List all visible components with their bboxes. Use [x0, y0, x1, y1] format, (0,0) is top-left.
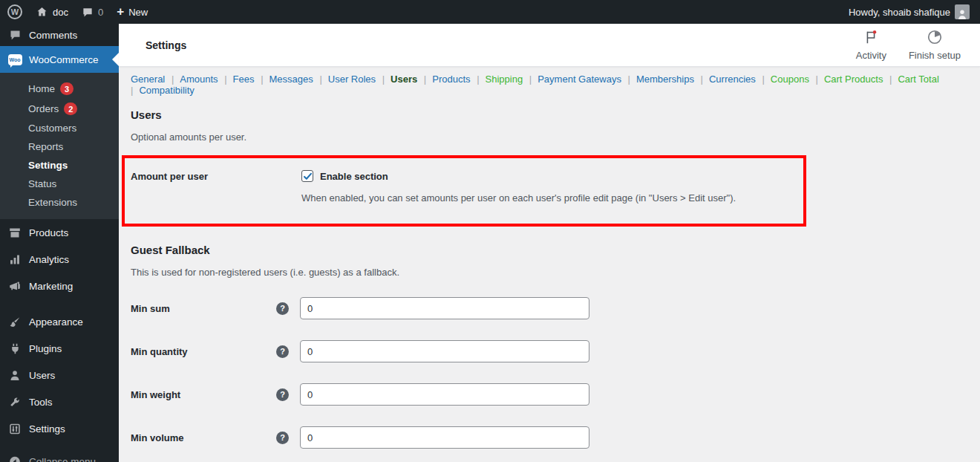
min-sum-row: Min sum [131, 297, 965, 319]
guest-fallback-description: This is used for non-registered users (i… [131, 267, 965, 278]
tab-amounts[interactable]: Amounts [172, 74, 218, 85]
tab-general[interactable]: General [131, 74, 165, 85]
activity-flag-icon [863, 29, 879, 48]
submenu-item-home[interactable]: Home 3 [0, 79, 119, 99]
woocommerce-icon: Woo [7, 52, 22, 67]
comment-bubble-icon [82, 7, 94, 18]
sidebar-item-label: WooCommerce [29, 54, 99, 65]
admin-bar-right: Howdy, shoaib shafique [849, 4, 970, 19]
min-sum-label: Min sum [131, 303, 276, 314]
my-account-menu[interactable]: Howdy, shoaib shafique [849, 4, 970, 19]
min-volume-label: Min volume [131, 432, 276, 443]
products-icon [7, 225, 22, 240]
sidebar-item-marketing[interactable]: Marketing [0, 273, 119, 299]
plugins-icon [7, 341, 22, 356]
submenu-item-status[interactable]: Status [0, 175, 119, 193]
activity-button[interactable]: Activity [856, 29, 886, 61]
sidebar-item-appearance[interactable]: Appearance [0, 308, 119, 335]
amount-per-user-label: Amount per user [131, 170, 301, 204]
help-icon[interactable] [276, 388, 289, 401]
sidebar-item-comments[interactable]: Comments [0, 24, 119, 46]
tab-payment-gateways[interactable]: Payment Gateways [529, 74, 621, 85]
help-icon[interactable] [276, 345, 289, 358]
tab-users[interactable]: Users [382, 74, 418, 85]
sidebar-item-users[interactable]: Users [0, 362, 119, 388]
tab-products[interactable]: Products [424, 74, 471, 85]
guest-fallback-title: Guest Fallback [131, 244, 965, 257]
finish-setup-label: Finish setup [909, 50, 961, 61]
submenu-item-orders[interactable]: Orders 2 [0, 99, 119, 119]
settings-tab-bar: General Amounts Fees Messages User Roles… [119, 67, 980, 96]
finish-setup-button[interactable]: Finish setup [909, 29, 961, 61]
tab-currencies[interactable]: Currencies [701, 74, 756, 85]
tab-cart-products[interactable]: Cart Products [816, 74, 883, 85]
min-volume-input[interactable] [300, 426, 589, 449]
home-icon [36, 6, 48, 18]
sidebar-item-products[interactable]: Products [0, 219, 119, 246]
sidebar-item-analytics[interactable]: Analytics [0, 246, 119, 273]
header-actions: Activity Finish setup [856, 29, 961, 61]
enable-section-checkbox[interactable] [301, 170, 313, 182]
appearance-icon [7, 314, 22, 329]
tab-coupons[interactable]: Coupons [762, 74, 808, 85]
submenu-item-settings[interactable]: Settings [0, 156, 119, 175]
min-quantity-input[interactable] [300, 340, 589, 362]
enable-section-line: Enable section [301, 170, 736, 182]
page-header: Settings Activity Finish setup [119, 24, 980, 67]
users-icon [7, 368, 22, 383]
admin-bar-comments[interactable]: 0 [82, 7, 103, 18]
amount-per-user-row: Amount per user Enable section When enab… [131, 170, 803, 204]
sidebar-item-plugins[interactable]: Plugins [0, 335, 119, 362]
collapse-arrow-icon [7, 454, 22, 462]
sidebar-item-settings[interactable]: Settings [0, 415, 119, 442]
min-sum-input[interactable] [300, 297, 589, 319]
home-badge: 3 [60, 82, 74, 95]
submenu-item-extensions[interactable]: Extensions [0, 193, 119, 212]
finish-setup-progress-icon [927, 29, 943, 48]
amount-per-user-help-text: When enabled, you can set amounts per us… [301, 192, 736, 204]
tab-user-roles[interactable]: User Roles [319, 74, 376, 85]
site-name-label: doc [53, 7, 68, 18]
page-title: Settings [146, 39, 186, 51]
users-section-title: Users [131, 108, 965, 122]
settings-icon [7, 421, 22, 436]
sidebar-item-label: Comments [29, 30, 77, 41]
enable-section-label: Enable section [320, 171, 388, 182]
min-weight-input[interactable] [300, 383, 589, 406]
tab-messages[interactable]: Messages [261, 74, 313, 85]
min-weight-row: Min weight [131, 383, 965, 406]
new-content-button[interactable]: + New [117, 7, 148, 18]
sidebar-item-tools[interactable]: Tools [0, 388, 119, 415]
tab-shipping[interactable]: Shipping [477, 74, 523, 85]
comment-count: 0 [98, 7, 103, 18]
min-quantity-row: Min quantity [131, 340, 965, 362]
plus-icon: + [117, 5, 124, 18]
howdy-label: Howdy, shoaib shafique [849, 7, 950, 18]
comments-icon [7, 27, 22, 42]
settings-main: Users Optional amounts per user. Amount … [119, 108, 980, 462]
min-weight-label: Min weight [131, 389, 276, 400]
submenu-item-reports[interactable]: Reports [0, 137, 119, 156]
min-quantity-label: Min quantity [131, 346, 276, 357]
analytics-icon [7, 252, 22, 267]
tab-fees[interactable]: Fees [224, 74, 254, 85]
current-menu-arrow [112, 53, 119, 66]
user-avatar [955, 4, 970, 19]
submenu-item-customers[interactable]: Customers [0, 119, 119, 137]
help-icon[interactable] [276, 302, 289, 315]
orders-badge: 2 [64, 103, 77, 115]
admin-bar-left: W doc 0 + New [7, 4, 148, 19]
sidebar-item-woocommerce[interactable]: Woo WooCommerce [0, 46, 119, 73]
menu-separator [0, 299, 119, 308]
tab-compatibility[interactable]: Compatibility [131, 85, 195, 96]
tab-memberships[interactable]: Memberships [628, 74, 694, 85]
content-area: Settings Activity Finish setup General A… [119, 24, 980, 462]
amount-per-user-control: Enable section When enabled, you can set… [301, 170, 736, 204]
min-volume-row: Min volume [131, 426, 965, 449]
site-link[interactable]: doc [36, 6, 68, 18]
collapse-menu-button[interactable]: Collapse menu [0, 448, 119, 462]
help-icon[interactable] [276, 432, 289, 444]
new-label: New [128, 7, 148, 18]
wordpress-logo-menu[interactable]: W [7, 4, 22, 19]
tab-cart-total[interactable]: Cart Total [889, 74, 939, 85]
